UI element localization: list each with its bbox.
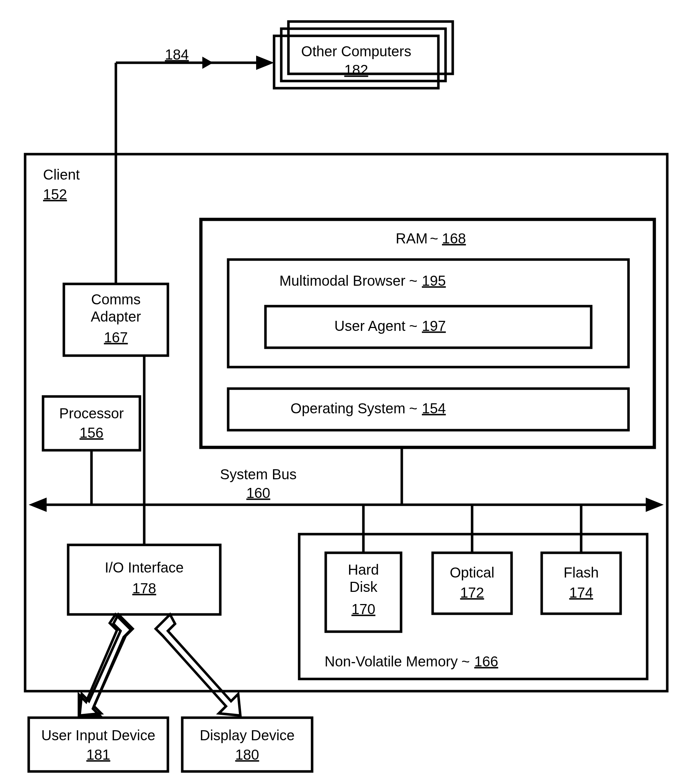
nvm-ref: 166 [474,654,498,669]
processor-ref: 156 [79,425,104,441]
system-bus-ref: 160 [246,485,271,501]
svg-marker-11 [79,614,133,715]
optical-ref: 172 [460,585,484,600]
ram-label: RAM [396,231,428,246]
svg-marker-12 [156,614,240,715]
multimodal-browser-label: Multimodal Browser [279,273,405,288]
svg-marker-7 [256,56,274,70]
diagram-canvas: Other Computers 182 Client 152 Comms Ada… [0,0,692,784]
optical-box [433,553,512,614]
io-interface-box [68,545,220,614]
hard-disk-label-1: Hard [348,562,379,578]
svg-marker-4 [29,497,47,512]
client-box [25,154,667,691]
system-bus-line [29,497,664,512]
user-input-device-label: User Input Device [41,727,155,743]
flash-box [542,553,621,614]
client-label: Client [43,167,79,183]
io-interface-label: I/O Interface [105,560,184,575]
user-agent-tilde: ~ [409,318,417,334]
processor-label: Processor [59,405,124,421]
user-agent-ref: 197 [422,318,446,334]
operating-system-label: Operating System [291,400,405,416]
flash-label: Flash [563,565,599,580]
hard-disk-ref: 170 [352,601,376,617]
multimodal-browser-ref: 195 [422,273,446,288]
double-arrow-left [79,614,133,715]
comms-adapter-label-1: Comms [91,292,140,307]
display-device-label: Display Device [200,727,295,743]
connector-184: 184 [105,46,274,70]
multimodal-browser-tilde: ~ [409,273,417,288]
ram-ref: 168 [442,231,466,246]
link-184-ref: 184 [165,46,189,63]
svg-marker-5 [646,497,664,512]
optical-label: Optical [450,565,495,580]
nvm-label: Non-Volatile Memory [325,654,458,669]
user-input-device-ref: 181 [86,747,111,763]
operating-system-ref: 154 [422,400,446,416]
user-input-device-box [29,718,168,771]
hard-disk-label-2: Disk [349,579,378,595]
processor-box [43,397,140,450]
display-device-box [182,718,312,771]
system-bus-label: System Bus [220,466,296,482]
other-computers-label: Other Computers [301,43,411,59]
client-ref: 152 [43,186,67,202]
user-agent-label: User Agent [334,318,405,334]
operating-system-tilde: ~ [409,400,417,416]
other-computers-box: Other Computers 182 [274,21,453,88]
svg-marker-9 [202,57,213,69]
comms-adapter-label-2: Adapter [91,309,141,324]
flash-ref: 174 [569,585,593,600]
ram-tilde: ~ [430,231,438,246]
double-arrow-right [156,614,240,715]
nvm-tilde: ~ [461,654,469,669]
io-interface-ref: 178 [132,580,157,596]
other-computers-ref: 182 [344,62,368,78]
comms-adapter-ref: 167 [104,329,128,345]
display-device-ref: 180 [235,747,259,763]
